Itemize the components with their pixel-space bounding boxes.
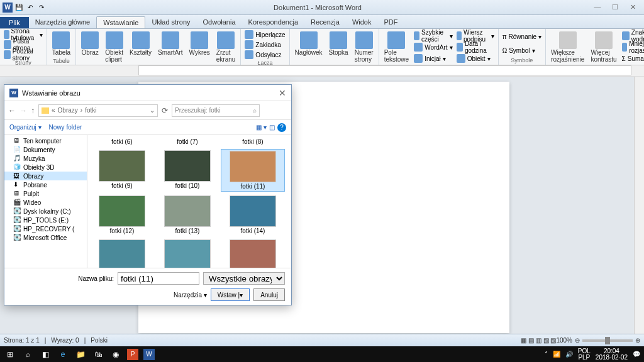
task-view-icon[interactable]: ◧ (39, 348, 52, 361)
refresh-icon[interactable]: ⟳ (162, 106, 168, 115)
file-item[interactable]: fotki (17) (221, 238, 285, 268)
wykres-button[interactable]: Wykres (187, 30, 213, 64)
wiecej-kontrastu-button[interactable]: Więcej kontrastu (588, 30, 619, 64)
tab-narzędzia-główne[interactable]: Narzędzia główne (29, 16, 96, 28)
wordart-button[interactable]: WordArt ▾ (413, 43, 454, 52)
obraz-button[interactable]: Obraz (79, 30, 101, 64)
file-item[interactable]: fotki (8) (221, 136, 285, 146)
kształty-button[interactable]: Kształty (127, 30, 154, 64)
notifications-icon[interactable]: 💬 (633, 351, 640, 358)
edge-icon[interactable]: e (57, 348, 69, 361)
tree-item-pulpit[interactable]: 🖥Pulpit (4, 189, 87, 198)
inicjal-button[interactable]: Inicjał ▾ (413, 54, 454, 63)
tree-item-ten-komputer[interactable]: 🖥Ten komputer (4, 136, 87, 145)
odsylacz-button[interactable]: Odsyłacz (243, 50, 286, 59)
maximize-button[interactable]: ☐ (609, 3, 621, 11)
folder-tree[interactable]: 🖥Ten komputer📄Dokumenty🎵Muzyka🧊Obiekty 3… (4, 135, 87, 268)
pole-tekstowe-button[interactable]: Pole tekstowe (382, 30, 411, 64)
wieksze-rozjasnienie-button[interactable]: Większe rozjaśnienie (548, 30, 587, 64)
tab-układ-strony[interactable]: Układ strony (145, 16, 196, 28)
stopka-button[interactable]: Stopka (326, 30, 351, 64)
zoom-control[interactable]: 100% ⊖ ⊕ (556, 337, 640, 344)
tab-file[interactable]: Plik (0, 17, 29, 28)
file-item[interactable]: fotki (11) (221, 149, 285, 192)
tab-recenzja[interactable]: Recenzja (304, 16, 346, 28)
file-item[interactable]: fotki (6) (90, 136, 154, 146)
podzial-strony-button[interactable]: Podział strony (3, 50, 44, 59)
file-item[interactable]: fotki (7) (155, 136, 219, 146)
save-icon[interactable]: 💾 (14, 3, 24, 13)
tree-item-hp-tools-e-[interactable]: 💽HP_TOOLS (E:) (4, 216, 87, 224)
cancel-button[interactable]: Anuluj (253, 288, 285, 301)
file-item[interactable]: fotki (10) (155, 149, 219, 192)
start-button[interactable]: ⊞ (4, 348, 16, 361)
tabela-button[interactable]: Tabela (50, 30, 73, 57)
preview-icon[interactable]: ◫ (269, 124, 275, 131)
tree-item-microsoft-office[interactable]: 💽Microsoft Office (4, 233, 87, 242)
dialog-close-button[interactable]: ✕ (279, 88, 286, 98)
tree-item-pobrane[interactable]: ⬇Pobrane (4, 180, 87, 189)
network-icon[interactable]: 📶 (553, 351, 560, 358)
breadcrumb[interactable]: « Obrazy› fotki ⌄ (38, 104, 158, 117)
tab-korespondencja[interactable]: Korespondencja (242, 16, 305, 28)
close-button[interactable]: ✕ (626, 3, 639, 11)
file-filter-select[interactable]: Wszystkie obrazy (203, 272, 285, 285)
view-icon[interactable]: ▦ ▾ (256, 124, 267, 131)
hiperlacze-button[interactable]: Hiperłącze (243, 30, 286, 39)
view-buttons[interactable]: ▦ ▤ ▥ ▧ ▨ (521, 337, 556, 344)
powerpoint-icon[interactable]: P (127, 349, 138, 360)
new-folder-button[interactable]: Nowy folder (49, 124, 82, 131)
chrome-icon[interactable]: ◉ (109, 348, 122, 361)
undo-icon[interactable]: ↶ (25, 3, 35, 13)
store-icon[interactable]: 🛍 (92, 348, 104, 361)
file-item[interactable]: fotki (15) (90, 238, 154, 268)
nav-up-button[interactable]: ↑ (31, 106, 35, 115)
horizontal-ruler[interactable] (138, 65, 631, 75)
obiekt-clipart-button[interactable]: Obiekt clipart (103, 30, 126, 64)
search-icon[interactable]: ⌕ (21, 348, 34, 361)
organize-button[interactable]: Organizuj ▾ (9, 124, 42, 131)
system-tray[interactable]: ˄ 📶 🔊 POL PLP 20:04 2018-02-02 💬 (545, 348, 640, 361)
numer-strony-button[interactable]: Numer strony (352, 30, 376, 64)
file-item[interactable]: fotki (12) (90, 194, 154, 236)
nagłówek-button[interactable]: Nagłówek (292, 30, 325, 64)
symbol-button[interactable]: Ω Symbol ▾ (501, 46, 543, 55)
tree-item-muzyka[interactable]: 🎵Muzyka (4, 154, 87, 163)
nav-back-button[interactable]: ← (8, 106, 16, 115)
szybkie-czesci-button[interactable]: Szybkie części ▾ (413, 31, 454, 40)
tree-item-hp-recovery-[interactable]: 💽HP_RECOVERY ( (4, 224, 87, 233)
file-item[interactable]: fotki (13) (155, 194, 219, 236)
explorer-icon[interactable]: 📁 (74, 348, 87, 361)
tab-wstawianie[interactable]: Wstawianie (96, 16, 145, 28)
minimize-button[interactable]: — (591, 3, 604, 11)
data-godzina-button[interactable]: Data i godzina (455, 43, 496, 52)
word-taskbar-icon[interactable]: W (143, 349, 155, 360)
tray-up-icon[interactable]: ˄ (545, 351, 548, 358)
zrzut-ekranu-button[interactable]: Zrzut ekranu (214, 30, 238, 64)
word-count[interactable]: Wyrazy: 0 (51, 337, 79, 344)
help-icon[interactable]: ? (277, 123, 286, 132)
file-item[interactable]: fotki (9) (90, 149, 154, 192)
wiersz-podpisu-button[interactable]: Wiersz podpisu ▾ (455, 31, 496, 40)
redo-icon[interactable]: ↷ (36, 3, 47, 13)
rownanie-button[interactable]: π Równanie ▾ (501, 32, 543, 41)
file-item[interactable]: fotki (14) (221, 194, 285, 236)
nav-forward-button[interactable]: → (19, 106, 27, 115)
tree-item-dokumenty[interactable]: 📄Dokumenty (4, 145, 87, 154)
suma-button[interactable]: Σ Suma (621, 54, 644, 63)
tree-item-obrazy[interactable]: 🖼Obrazy (4, 172, 87, 180)
insert-button[interactable]: Wstaw |▾ (211, 288, 250, 301)
tree-item-dysk-lokalny-c-[interactable]: 💽Dysk lokalny (C:) (4, 207, 87, 216)
mniejsze-rozjasnienie-button[interactable]: Mniejsze rozjaśnienie (621, 43, 644, 52)
tab-odwołania[interactable]: Odwołania (197, 16, 242, 28)
search-input[interactable]: Przeszukaj: fotki ⌕ (172, 104, 260, 117)
language-status[interactable]: Polski (91, 337, 108, 344)
smartart-button[interactable]: SmartArt (155, 30, 185, 64)
tab-widok[interactable]: Widok (346, 16, 378, 28)
vertical-scrollbar[interactable] (634, 77, 644, 346)
page-status[interactable]: Strona: 1 z 1 (4, 337, 40, 344)
tab-pdf[interactable]: PDF (377, 16, 404, 28)
tree-item-obiekty-3d[interactable]: 🧊Obiekty 3D (4, 163, 87, 172)
tree-item-wideo[interactable]: 🎬Wideo (4, 198, 87, 207)
tools-button[interactable]: Narzędzia ▾ (174, 292, 207, 299)
